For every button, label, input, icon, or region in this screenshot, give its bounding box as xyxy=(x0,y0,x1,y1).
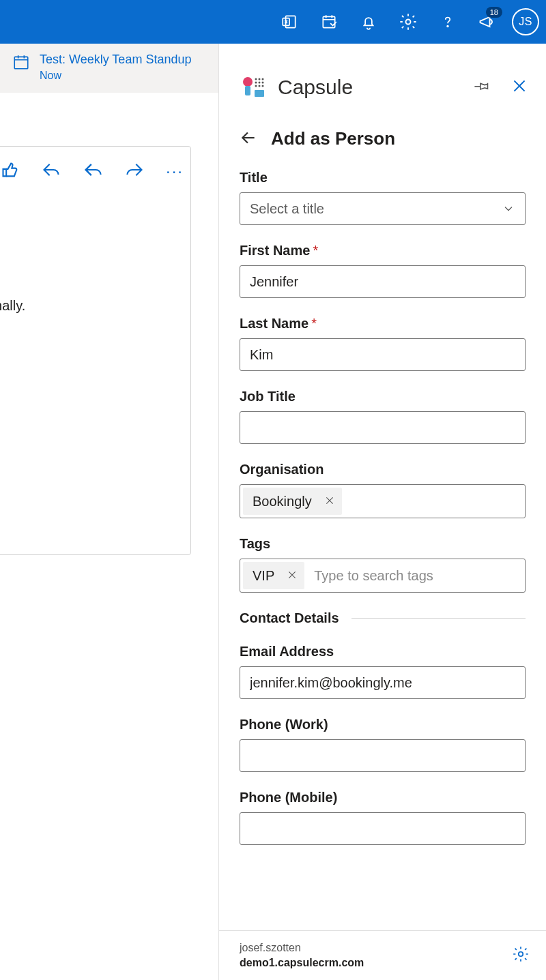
email-input[interactable] xyxy=(240,666,526,699)
organisation-chip-label: Bookingly xyxy=(253,494,312,509)
svg-point-12 xyxy=(259,82,261,84)
svg-point-8 xyxy=(255,78,257,80)
first-name-label: First Name* xyxy=(240,243,526,258)
title-label: Title xyxy=(240,170,526,185)
phone-mobile-label: Phone (Mobile) xyxy=(240,790,526,805)
tags-input[interactable]: VIP xyxy=(240,559,526,593)
notification-badge: 18 xyxy=(486,7,502,18)
svg-point-16 xyxy=(262,85,264,87)
first-name-input[interactable] xyxy=(240,265,526,298)
calendar-icon xyxy=(12,53,30,74)
organisation-input[interactable]: Bookingly xyxy=(240,484,526,518)
remove-tag-icon[interactable] xyxy=(287,568,298,584)
organisation-label: Organisation xyxy=(240,462,526,477)
back-icon[interactable] xyxy=(240,129,257,149)
footer-domain: demo1.capsulecrm.com xyxy=(240,955,364,970)
add-person-form: Title Select a title First Name* Last Na… xyxy=(219,170,546,876)
svg-point-9 xyxy=(259,78,261,80)
svg-point-3 xyxy=(406,20,411,25)
close-icon[interactable] xyxy=(511,77,528,98)
svg-rect-2 xyxy=(323,16,334,27)
avatar[interactable]: JS xyxy=(512,8,539,35)
avatar-initials: JS xyxy=(519,16,532,28)
title-select[interactable]: Select a title xyxy=(240,192,526,225)
svg-rect-5 xyxy=(14,57,28,68)
svg-point-11 xyxy=(255,82,257,84)
page-title: Add as Person xyxy=(271,128,395,149)
svg-rect-17 xyxy=(255,90,264,97)
chevron-down-icon xyxy=(502,202,515,216)
tasks-icon[interactable] xyxy=(310,0,348,44)
mail-body-snippet: onally. xyxy=(0,298,190,314)
svg-point-10 xyxy=(262,78,264,80)
gear-icon[interactable] xyxy=(389,0,427,44)
svg-point-15 xyxy=(259,85,261,87)
forward-icon[interactable] xyxy=(125,160,144,182)
svg-point-4 xyxy=(447,26,448,27)
event-title: Test: Weekly Team Standup xyxy=(40,52,191,67)
reply-all-icon[interactable] xyxy=(83,160,103,182)
tags-search-input[interactable] xyxy=(308,562,522,589)
onenote-icon[interactable] xyxy=(270,0,308,44)
phone-work-label: Phone (Work) xyxy=(240,717,526,732)
tags-label: Tags xyxy=(240,536,526,552)
email-label: Email Address xyxy=(240,644,526,659)
capsule-addin-panel: Capsule Add as Person Title Select a tit… xyxy=(218,44,546,980)
divider xyxy=(351,618,526,619)
svg-point-13 xyxy=(262,82,264,84)
footer-user: josef.szotten xyxy=(240,940,364,955)
event-when: Now xyxy=(40,70,191,82)
capsule-logo-icon xyxy=(240,74,267,101)
phone-mobile-input[interactable] xyxy=(240,812,526,845)
panel-brand: Capsule xyxy=(278,76,463,99)
bell-icon[interactable] xyxy=(349,0,388,44)
more-actions-icon[interactable]: ··· xyxy=(166,168,184,175)
last-name-label: Last Name* xyxy=(240,316,526,331)
panel-footer: josef.szotten demo1.capsulecrm.com xyxy=(219,930,546,980)
settings-gear-icon[interactable] xyxy=(512,945,530,966)
svg-rect-7 xyxy=(245,86,250,95)
like-icon[interactable] xyxy=(1,160,20,182)
job-title-label: Job Title xyxy=(240,389,526,404)
phone-work-input[interactable] xyxy=(240,739,526,772)
contact-details-heading: Contact Details xyxy=(240,610,339,626)
svg-point-6 xyxy=(243,77,253,87)
outlook-appbar: 18 JS xyxy=(0,0,546,44)
svg-point-18 xyxy=(519,952,523,957)
tag-chip: VIP xyxy=(243,562,304,589)
help-icon[interactable] xyxy=(429,0,467,44)
svg-point-14 xyxy=(255,85,257,87)
calendar-event-banner[interactable]: Test: Weekly Team Standup Now xyxy=(0,44,218,93)
tag-chip-label: VIP xyxy=(253,568,274,584)
mail-reading-pane: ··· onally. xyxy=(0,146,191,555)
job-title-input[interactable] xyxy=(240,411,526,444)
reply-icon[interactable] xyxy=(42,160,61,182)
organisation-chip: Bookingly xyxy=(243,488,342,515)
pin-icon[interactable] xyxy=(474,78,490,97)
title-select-placeholder: Select a title xyxy=(250,201,324,217)
megaphone-icon[interactable]: 18 xyxy=(468,0,506,44)
last-name-input[interactable] xyxy=(240,338,526,371)
remove-org-icon[interactable] xyxy=(324,494,335,509)
outlook-left-column: Test: Weekly Team Standup Now ··· xyxy=(0,44,218,980)
